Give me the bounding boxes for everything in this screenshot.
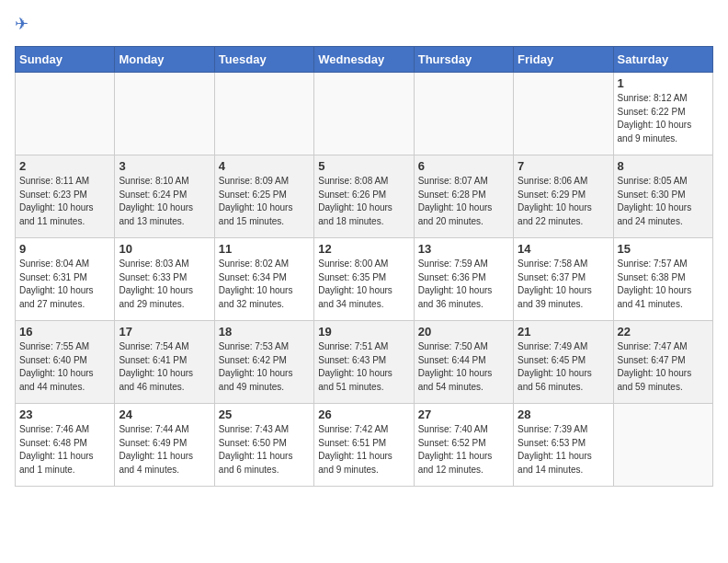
calendar-week-row: 23Sunrise: 7:46 AM Sunset: 6:48 PM Dayli… [16,404,713,487]
calendar-day-2: 2Sunrise: 8:11 AM Sunset: 6:23 PM Daylig… [16,155,115,238]
calendar-day-15: 15Sunrise: 7:57 AM Sunset: 6:38 PM Dayli… [613,238,712,321]
weekday-header-monday: Monday [115,47,214,73]
day-info: Sunrise: 7:44 AM Sunset: 6:49 PM Dayligh… [119,423,210,477]
weekday-header-thursday: Thursday [414,47,513,73]
day-info: Sunrise: 7:39 AM Sunset: 6:53 PM Dayligh… [518,423,609,477]
calendar-week-row: 9Sunrise: 8:04 AM Sunset: 6:31 PM Daylig… [16,238,713,321]
calendar-day-empty [16,73,115,155]
logo: ✈ [15,15,40,37]
day-number: 19 [318,325,409,339]
day-number: 20 [418,325,509,339]
day-number: 21 [518,325,609,339]
day-number: 3 [119,159,210,173]
day-info: Sunrise: 7:57 AM Sunset: 6:38 PM Dayligh… [618,258,709,311]
day-info: Sunrise: 8:02 AM Sunset: 6:34 PM Dayligh… [219,258,310,311]
calendar-day-12: 12Sunrise: 8:00 AM Sunset: 6:35 PM Dayli… [314,238,414,321]
calendar-day-8: 8Sunrise: 8:05 AM Sunset: 6:30 PM Daylig… [613,155,712,238]
day-number: 22 [618,325,709,339]
day-info: Sunrise: 8:05 AM Sunset: 6:30 PM Dayligh… [618,175,709,228]
day-number: 7 [518,159,609,173]
day-number: 15 [618,242,709,256]
day-number: 6 [418,159,509,173]
day-info: Sunrise: 7:49 AM Sunset: 6:45 PM Dayligh… [518,340,609,394]
weekday-header-wednesday: Wednesday [314,47,414,73]
calendar-day-23: 23Sunrise: 7:46 AM Sunset: 6:48 PM Dayli… [16,404,115,487]
day-info: Sunrise: 7:59 AM Sunset: 6:36 PM Dayligh… [418,258,509,311]
day-number: 4 [219,159,310,173]
calendar-day-1: 1Sunrise: 8:12 AM Sunset: 6:22 PM Daylig… [613,73,712,155]
calendar-day-10: 10Sunrise: 8:03 AM Sunset: 6:33 PM Dayli… [115,238,214,321]
calendar-day-25: 25Sunrise: 7:43 AM Sunset: 6:50 PM Dayli… [214,404,313,487]
logo-icon: ✈ [15,15,37,37]
calendar-day-19: 19Sunrise: 7:51 AM Sunset: 6:43 PM Dayli… [314,321,414,404]
calendar-day-13: 13Sunrise: 7:59 AM Sunset: 6:36 PM Dayli… [414,238,513,321]
calendar-day-18: 18Sunrise: 7:53 AM Sunset: 6:42 PM Dayli… [214,321,313,404]
weekday-header-friday: Friday [514,47,613,73]
calendar-table: SundayMondayTuesdayWednesdayThursdayFrid… [15,46,713,487]
calendar-day-empty [214,73,313,155]
calendar-day-empty [613,404,712,487]
day-number: 12 [318,242,409,256]
calendar-day-5: 5Sunrise: 8:08 AM Sunset: 6:26 PM Daylig… [314,155,414,238]
calendar-day-empty [115,73,214,155]
day-info: Sunrise: 7:54 AM Sunset: 6:41 PM Dayligh… [119,340,210,394]
day-number: 16 [19,325,110,339]
svg-text:✈: ✈ [15,15,28,33]
calendar-header-row: SundayMondayTuesdayWednesdayThursdayFrid… [16,47,713,73]
day-number: 27 [418,408,509,421]
day-number: 10 [119,242,210,256]
calendar-day-empty [314,73,414,155]
calendar-day-4: 4Sunrise: 8:09 AM Sunset: 6:25 PM Daylig… [214,155,313,238]
calendar-day-11: 11Sunrise: 8:02 AM Sunset: 6:34 PM Dayli… [214,238,313,321]
calendar-day-9: 9Sunrise: 8:04 AM Sunset: 6:31 PM Daylig… [16,238,115,321]
day-info: Sunrise: 8:04 AM Sunset: 6:31 PM Dayligh… [19,258,110,311]
calendar-day-3: 3Sunrise: 8:10 AM Sunset: 6:24 PM Daylig… [115,155,214,238]
day-info: Sunrise: 7:51 AM Sunset: 6:43 PM Dayligh… [318,340,409,394]
day-number: 18 [219,325,310,339]
day-info: Sunrise: 7:53 AM Sunset: 6:42 PM Dayligh… [219,340,310,394]
day-number: 23 [19,408,110,421]
day-number: 14 [518,242,609,256]
calendar-week-row: 16Sunrise: 7:55 AM Sunset: 6:40 PM Dayli… [16,321,713,404]
calendar-day-16: 16Sunrise: 7:55 AM Sunset: 6:40 PM Dayli… [16,321,115,404]
day-number: 28 [518,408,609,421]
calendar-week-row: 2Sunrise: 8:11 AM Sunset: 6:23 PM Daylig… [16,155,713,238]
day-number: 5 [318,159,409,173]
day-info: Sunrise: 8:08 AM Sunset: 6:26 PM Dayligh… [318,175,409,228]
calendar-day-17: 17Sunrise: 7:54 AM Sunset: 6:41 PM Dayli… [115,321,214,404]
weekday-header-tuesday: Tuesday [214,47,313,73]
day-info: Sunrise: 8:03 AM Sunset: 6:33 PM Dayligh… [119,258,210,311]
day-number: 9 [19,242,110,256]
day-info: Sunrise: 7:50 AM Sunset: 6:44 PM Dayligh… [418,340,509,394]
day-number: 26 [318,408,409,421]
calendar-day-27: 27Sunrise: 7:40 AM Sunset: 6:52 PM Dayli… [414,404,513,487]
day-info: Sunrise: 8:10 AM Sunset: 6:24 PM Dayligh… [119,175,210,228]
calendar-day-empty [414,73,513,155]
day-number: 1 [618,76,709,90]
weekday-header-saturday: Saturday [613,47,712,73]
day-info: Sunrise: 7:58 AM Sunset: 6:37 PM Dayligh… [518,258,609,311]
calendar-day-21: 21Sunrise: 7:49 AM Sunset: 6:45 PM Dayli… [514,321,613,404]
day-info: Sunrise: 7:55 AM Sunset: 6:40 PM Dayligh… [19,340,110,394]
calendar-day-empty [514,73,613,155]
calendar-week-row: 1Sunrise: 8:12 AM Sunset: 6:22 PM Daylig… [16,73,713,155]
day-number: 17 [119,325,210,339]
day-info: Sunrise: 8:06 AM Sunset: 6:29 PM Dayligh… [518,175,609,228]
calendar-day-24: 24Sunrise: 7:44 AM Sunset: 6:49 PM Dayli… [115,404,214,487]
day-info: Sunrise: 7:40 AM Sunset: 6:52 PM Dayligh… [418,423,509,477]
day-number: 2 [19,159,110,173]
calendar-body: 1Sunrise: 8:12 AM Sunset: 6:22 PM Daylig… [16,73,713,487]
day-number: 25 [219,408,310,421]
calendar-day-7: 7Sunrise: 8:06 AM Sunset: 6:29 PM Daylig… [514,155,613,238]
day-number: 13 [418,242,509,256]
calendar-day-14: 14Sunrise: 7:58 AM Sunset: 6:37 PM Dayli… [514,238,613,321]
day-number: 24 [119,408,210,421]
day-info: Sunrise: 7:43 AM Sunset: 6:50 PM Dayligh… [219,423,310,477]
calendar-day-20: 20Sunrise: 7:50 AM Sunset: 6:44 PM Dayli… [414,321,513,404]
day-info: Sunrise: 7:47 AM Sunset: 6:47 PM Dayligh… [618,340,709,394]
page-header: ✈ [15,15,713,37]
weekday-header-sunday: Sunday [16,47,115,73]
calendar-day-6: 6Sunrise: 8:07 AM Sunset: 6:28 PM Daylig… [414,155,513,238]
day-info: Sunrise: 8:00 AM Sunset: 6:35 PM Dayligh… [318,258,409,311]
calendar-day-22: 22Sunrise: 7:47 AM Sunset: 6:47 PM Dayli… [613,321,712,404]
